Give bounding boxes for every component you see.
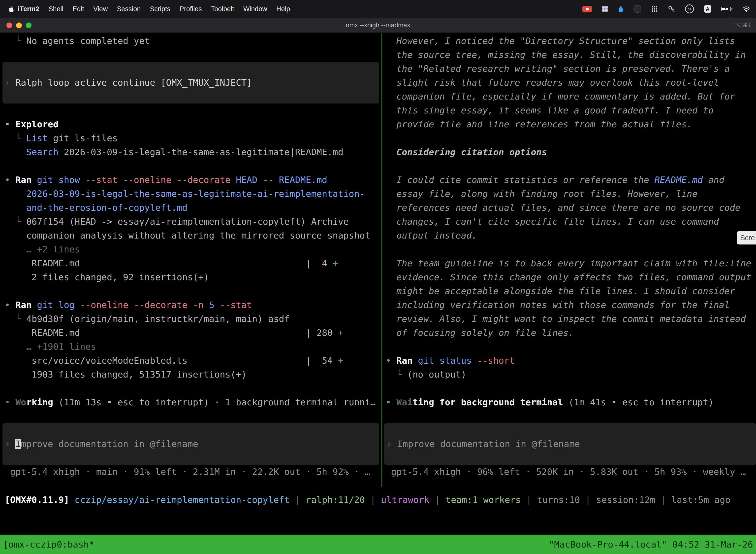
terminal-line: gpt-5.4 xhigh · 96% left · 520K in · 5.8…: [386, 465, 756, 479]
input-source-icon[interactable]: A: [704, 5, 711, 13]
text-segment: references need actual files, and since …: [396, 203, 740, 213]
prompt-input[interactable]: › Improve documentation in @filename: [384, 423, 756, 465]
menu-item[interactable]: Edit: [73, 5, 84, 13]
box-line: › Ralph loop active continue [OMX_TMUX_I…: [5, 76, 379, 90]
text-segment: |: [290, 495, 306, 505]
window-titlebar[interactable]: omx --xhigh --madmax ⌥⌘1: [0, 18, 756, 33]
terminal-line: • Ran git log --oneline --decorate -n 5 …: [5, 298, 381, 312]
terminal-window: └ No agents completed yet› Ralph loop ac…: [0, 33, 756, 554]
terminal-line: provide file and line references from th…: [386, 117, 756, 131]
text-segment: this single essay, it seems like a good …: [396, 105, 713, 115]
dark-circle-icon[interactable]: [633, 5, 641, 13]
terminal-line: companion file, especially if more comme…: [386, 90, 756, 104]
text-segment: └: [15, 216, 26, 227]
blank-line: [386, 242, 756, 257]
text-segment: (1m 41s • esc to interrupt): [563, 397, 713, 407]
text-segment: evidence. Since this change only affects…: [396, 272, 751, 282]
text-segment: git ls-files: [48, 133, 118, 143]
text-segment: --short: [472, 355, 515, 366]
menu-item[interactable]: Help: [276, 5, 290, 13]
text-segment: --stat --oneline --decorate: [80, 175, 231, 185]
screen-share-overlay[interactable]: Scre: [737, 231, 756, 244]
text-segment: 4b9d30f (origin/main, instructkr/main, m…: [26, 314, 290, 324]
text-segment: ›: [5, 439, 15, 449]
text-segment: gpt-5.4 xhigh · main · 91% left · 2.31M …: [10, 466, 370, 477]
text-segment: 5: [204, 300, 214, 310]
terminal-line: this single essay, it seems like a good …: [386, 104, 756, 117]
terminal-line: └ List git ls-files: [5, 131, 381, 145]
window-shortcut-badge: ⌥⌘1: [735, 18, 752, 33]
text-segment: •: [5, 119, 15, 129]
terminal-line: However, I noticed the "Directory Struct…: [386, 34, 756, 48]
pane-divider[interactable]: [381, 33, 382, 487]
menubar-status-icons: 61 A: [582, 4, 756, 13]
text-segment: Considering citation options: [396, 147, 547, 157]
battery-gauge-icon[interactable]: 61: [685, 4, 694, 13]
text-segment: … +2 lines: [26, 244, 80, 255]
text-segment: •: [5, 300, 15, 310]
blank-line: [5, 48, 381, 62]
text-segment: •: [5, 397, 15, 407]
terminal-line: README.md | 280 +: [5, 326, 381, 340]
text-segment: +: [333, 258, 338, 268]
record-stop-dot: [586, 8, 588, 10]
battery-icon[interactable]: [721, 6, 733, 12]
right-terminal-pane[interactable]: However, I noticed the "Directory Struct…: [382, 34, 756, 479]
text-segment: •: [5, 175, 15, 185]
text-segment: might be acceptable alongside the file l…: [396, 286, 735, 296]
text-segment: git log: [32, 300, 74, 310]
menu-item[interactable]: Profiles: [180, 5, 202, 13]
text-segment: +: [338, 328, 343, 338]
window-grid-icon[interactable]: [602, 6, 608, 12]
drop-icon[interactable]: [618, 5, 624, 12]
apple-menu-icon[interactable]: [8, 6, 14, 12]
text-segment: git status: [413, 355, 471, 366]
terminal-line: • Working (11m 13s • esc to interrupt) ·…: [5, 395, 381, 409]
menu-item[interactable]: Shell: [49, 5, 63, 13]
text-segment: •: [386, 355, 396, 366]
terminal-line: The team guideline is to back every impo…: [386, 257, 756, 270]
terminal-line: including verification notes with those …: [386, 298, 756, 312]
text-segment: and: [703, 175, 724, 185]
tmux-session-label: [omx-cczip0:bash*: [3, 539, 94, 550]
text-segment: README.md: [273, 175, 327, 185]
tmux-host-time-label: "MacBook-Pro-44.local" 04:52 31-Mar-26: [549, 539, 753, 550]
terminal-line: review. Also, I might want to inspect th…: [386, 312, 756, 326]
text-segment: |: [429, 495, 445, 505]
text-segment: Ran: [15, 300, 32, 310]
text-segment: •: [386, 397, 396, 407]
terminal-line: companion analysis without altering the …: [5, 229, 381, 242]
prompt-input[interactable]: › Improve documentation in @filename: [2, 423, 379, 465]
text-segment: Explored: [15, 119, 58, 129]
text-segment: companion analysis without altering the …: [26, 230, 370, 240]
text-segment: src/voice/voiceModeEnabled.ts | 54: [32, 355, 338, 366]
menu-item[interactable]: View: [93, 5, 108, 13]
text-segment: I could cite commit statistics or refere…: [396, 175, 654, 185]
menu-item[interactable]: Session: [117, 5, 141, 13]
text-segment: README.md: [654, 175, 703, 185]
terminal-line: … +1901 lines: [5, 340, 381, 354]
text-segment: No agents completed yet: [26, 36, 150, 46]
text-segment: and-the-erosion-of-copyleft.md: [26, 203, 188, 213]
screen-record-icon[interactable]: [582, 6, 592, 12]
wifi-icon[interactable]: [743, 6, 750, 12]
text-segment: gpt-5.4 xhigh · 96% left · 520K in · 5.8…: [391, 466, 746, 477]
text-segment: 2026-03-09-is-legal-the-same-as-legitima…: [59, 147, 343, 157]
text-segment: (11m 13s • esc to interrupt) · 1 backgro…: [53, 397, 376, 407]
text-segment: [OMX#0.11.9]: [5, 495, 75, 505]
dots-grid-icon[interactable]: [651, 6, 658, 12]
terminal-line: slight risk that future readers may over…: [386, 76, 756, 90]
menu-item[interactable]: Scripts: [150, 5, 170, 13]
text-segment: Ralph loop active continue [OMX_TMUX_INJ…: [15, 77, 252, 88]
terminal-line: └ 067f154 (HEAD -> essay/ai-reimplementa…: [5, 215, 381, 229]
text-segment: Search: [26, 147, 59, 157]
menu-item[interactable]: Window: [243, 5, 267, 13]
menu-item[interactable]: Toolbelt: [211, 5, 234, 13]
menu-item[interactable]: iTerm2: [18, 5, 40, 13]
key-icon[interactable]: [668, 5, 675, 13]
left-terminal-pane[interactable]: └ No agents completed yet› Ralph loop ac…: [0, 34, 381, 479]
terminal-line: └ (no output): [386, 368, 756, 382]
text-segment: Wai: [396, 397, 413, 407]
blank-line: [386, 159, 756, 173]
text-segment: companion file, especially if more comme…: [396, 91, 735, 102]
